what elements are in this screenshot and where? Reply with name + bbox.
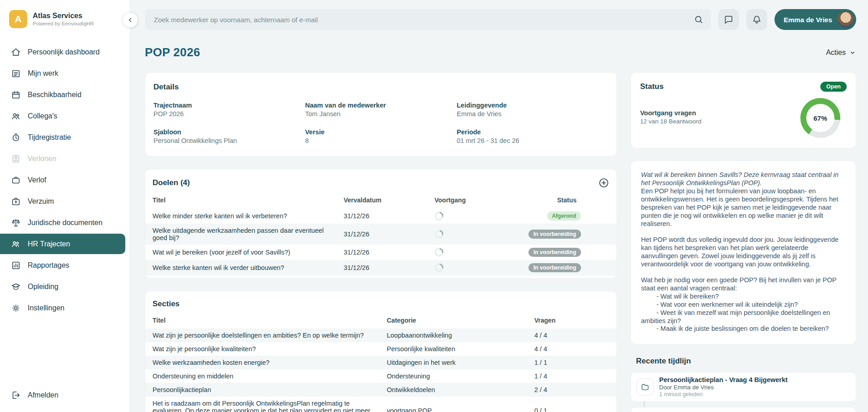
- secties-row[interactable]: Het is raadzaam om dit Persoonlijk Ontwi…: [145, 397, 616, 412]
- chat-icon: [724, 15, 734, 25]
- pop-info-card: Wat wil ik bereiken binnen Savills? Deze…: [631, 161, 856, 344]
- field-naam-medewerker: Naam van de medewerker Tom Jansen: [305, 102, 457, 118]
- timeline-title: Recente tijdlijn: [636, 357, 856, 366]
- sidebar-item-beschikbaarheid[interactable]: Beschikbaarheid: [0, 84, 125, 105]
- info-bullet: - Wat wil ik bereiken?: [641, 293, 846, 301]
- timeline-item[interactable]: Persoonlijkactieplan - Vraag 3 Bijgewerk…: [631, 407, 856, 412]
- sidebar-item-juridische-documenten[interactable]: Juridische documenten: [0, 212, 125, 233]
- sidebar-item-verlof[interactable]: Verlof: [0, 170, 125, 190]
- info-bullet: - Wat voor een werknemer wil ik uiteinde…: [641, 301, 846, 309]
- plus-circle-icon: [598, 177, 609, 188]
- progress-text: Voortgang vragen 12 van 18 Beantwoord: [640, 109, 701, 125]
- doelen-row[interactable]: Welke minder sterke kanten wil ik verbet…: [145, 208, 616, 224]
- chat-button[interactable]: [718, 9, 739, 30]
- status-badge: Afgerond: [547, 211, 581, 221]
- info-bullet: - Weet ik van mezelf wat mijn persoonlij…: [641, 309, 846, 325]
- secties-title: Secties: [153, 299, 180, 309]
- status-badge: In voorbereiding: [528, 230, 581, 239]
- home-icon: [11, 47, 21, 57]
- doelen-row[interactable]: Welke uitdagende werkzaamheden passen da…: [145, 224, 616, 245]
- gear-icon: [11, 303, 21, 313]
- info-paragraph: Het POP wordt dus volledig ingevuld door…: [641, 236, 846, 269]
- sidebar-item-label: Persoonlijk dashboard: [28, 48, 99, 56]
- actions-label: Acties: [826, 49, 846, 57]
- group-icon: [11, 239, 21, 249]
- brand-name: Atlas Services: [33, 12, 94, 20]
- content-columns: Details Trajectnaam POP 2026 Naam van de…: [145, 72, 856, 412]
- secties-row[interactable]: Wat zijn je persoonlijke kwaliteiten? Pe…: [145, 342, 616, 356]
- app-window: A Atlas Services Powered by EenvoudigHR …: [0, 0, 868, 412]
- sidebar-item-label: Verlof: [28, 176, 46, 184]
- actions-button[interactable]: Acties: [826, 49, 856, 57]
- user-menu[interactable]: Emma de Vries: [774, 9, 856, 30]
- chevron-down-icon: [849, 49, 856, 56]
- secties-row[interactable]: Persoonlijkactieplan Ontwikkeldoelen 2 /…: [145, 383, 616, 397]
- secties-row[interactable]: Welke werkzaamheden kosten energie? Uitd…: [145, 356, 616, 369]
- first-aid-icon: [11, 196, 21, 206]
- doelen-card: Doelen (4) Titel Vervaldatum Voortgang S…: [145, 169, 617, 279]
- sidebar-item-tijdregistratie[interactable]: Tijdregistratie: [0, 127, 125, 147]
- doelen-title: Doelen (4): [153, 178, 190, 187]
- status-badge: In voorbereiding: [528, 248, 581, 257]
- status-title: Status: [640, 82, 664, 91]
- progress-ring-icon: [434, 248, 503, 257]
- sidebar-item-label: Rapportages: [28, 261, 69, 270]
- bell-icon: [752, 15, 762, 25]
- add-doel-button[interactable]: [598, 177, 609, 188]
- topbar: Emma de Vries: [145, 0, 856, 39]
- logout-button[interactable]: Afmelden: [0, 380, 130, 412]
- calendar-icon: [11, 90, 21, 100]
- timeline-item[interactable]: Persoonlijkactieplan - Vraag 4 Bijgewerk…: [631, 372, 856, 402]
- sidebar-item-rapportages[interactable]: Rapportages: [0, 255, 125, 275]
- user-avatar: [838, 11, 854, 28]
- clock-icon: [11, 132, 21, 142]
- brand: A Atlas Services Powered by EenvoudigHR: [0, 10, 130, 28]
- progress-ring-icon: [434, 211, 503, 221]
- details-title: Details: [153, 83, 608, 92]
- field-sjabloon: Sjabloon Personal Ontwikkelings Plan: [153, 128, 305, 144]
- notifications-button[interactable]: [746, 9, 767, 30]
- document-icon: [11, 69, 21, 78]
- progress-ring-icon: [434, 263, 503, 272]
- details-fields: Trajectnaam POP 2026 Naam van de medewer…: [153, 102, 608, 144]
- sidebar-item-label: Verlonen: [28, 155, 56, 163]
- secties-row[interactable]: Wat zijn je persoonlijke doelstellingen …: [145, 329, 616, 342]
- main-area: Emma de Vries POP 2026 Acties Details Tr…: [130, 0, 868, 412]
- sidebar-nav: Persoonlijk dashboard Mijn werk Beschikb…: [0, 42, 130, 318]
- details-card: Details Trajectnaam POP 2026 Naam van de…: [145, 72, 617, 157]
- search-input[interactable]: [145, 9, 711, 30]
- status-card: Status Open Voortgang vragen 12 van 18 B…: [631, 72, 856, 148]
- search-bar: [145, 9, 711, 30]
- left-column: Details Trajectnaam POP 2026 Naam van de…: [145, 72, 617, 412]
- secties-header-row: Titel Categorie Vragen: [145, 314, 616, 329]
- sidebar-item-verzuim[interactable]: Verzuim: [0, 191, 125, 211]
- page-title: POP 2026: [145, 45, 200, 59]
- doelen-row[interactable]: Wat wil je bereiken (voor jezelf of voor…: [145, 245, 616, 260]
- graduation-icon: [11, 282, 21, 292]
- sidebar-item-instellingen[interactable]: Instellingen: [0, 298, 125, 318]
- sidebar-item-label: Verzuim: [28, 197, 54, 206]
- sidebar-item-label: Instellingen: [28, 304, 64, 312]
- suitcase-icon: [11, 175, 21, 185]
- sidebar-item-persoonlijk-dashboard[interactable]: Persoonlijk dashboard: [0, 42, 125, 62]
- secties-card: Secties Titel Categorie Vragen Wat zijn …: [145, 291, 617, 412]
- sidebar-item-mijn-werk[interactable]: Mijn werk: [0, 63, 125, 83]
- doelen-header-row: Titel Vervaldatum Voortgang Status: [145, 194, 616, 208]
- progress-percent: 67%: [800, 98, 840, 138]
- sidebar-item-collegas[interactable]: Collega's: [0, 106, 125, 126]
- status-open-badge: Open: [820, 82, 847, 92]
- sidebar-item-label: Opleiding: [28, 283, 59, 291]
- info-bullet: - Maak ik de juiste beslissingen om die …: [641, 325, 846, 333]
- secties-row[interactable]: Ondersteuning en middelen Ondersteuning …: [145, 369, 616, 383]
- folder-icon: [636, 378, 654, 396]
- progress-ring-icon: [434, 230, 503, 239]
- scale-icon: [11, 218, 21, 228]
- sidebar-item-opleiding[interactable]: Opleiding: [0, 276, 125, 297]
- payroll-icon: [11, 154, 21, 164]
- sidebar-item-hr-trajecten[interactable]: HR Trajecten: [0, 234, 125, 254]
- logout-icon: [11, 390, 21, 400]
- sidebar-collapse-button[interactable]: [123, 13, 138, 27]
- info-intro: Wat wil ik bereiken binnen Savills? Deze…: [641, 171, 846, 187]
- doelen-row[interactable]: Welke sterke kanten wil ik verder uitbou…: [145, 260, 616, 275]
- status-badge: In voorbereiding: [528, 263, 581, 272]
